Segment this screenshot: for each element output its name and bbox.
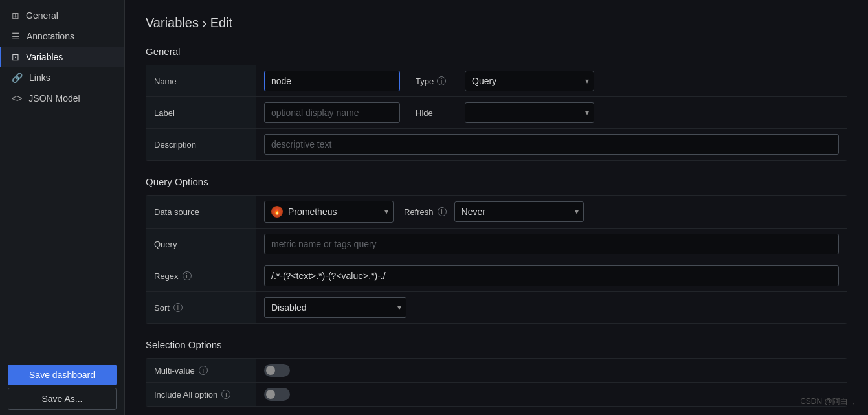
datasource-refresh-cell: 🔥 Prometheus ▾ Refresh i Never On dashbo… (256, 196, 847, 229)
sort-value-cell: Disabled Alphabetical (asc) Alphabetical… (256, 292, 847, 323)
page-title: Variables › Edit (146, 16, 847, 30)
datasource-label: Data source (146, 196, 256, 229)
sort-select[interactable]: Disabled Alphabetical (asc) Alphabetical… (264, 297, 406, 318)
regex-input[interactable] (264, 265, 839, 286)
sort-select-wrapper: Disabled Alphabetical (asc) Alphabetical… (264, 297, 406, 318)
sidebar-item-variables[interactable]: ⊡ Variables (0, 47, 124, 67)
hide-select-wrapper: Label Variable (465, 102, 594, 123)
description-input[interactable] (264, 134, 839, 155)
include-info-icon[interactable]: i (221, 390, 230, 399)
sidebar-item-links-label: Links (29, 73, 50, 83)
name-label: Name (146, 65, 256, 97)
general-section-form: Name Type i Query Custom Text box Consta… (146, 65, 847, 161)
query-options-form: Data source 🔥 Prometheus ▾ Refresh i (146, 195, 847, 324)
include-value-cell (256, 383, 847, 406)
selection-options-title: Selection Options (146, 339, 847, 350)
label-input[interactable] (264, 102, 400, 123)
sort-info-icon[interactable]: i (173, 303, 183, 312)
multi-toggle[interactable] (264, 364, 290, 377)
sort-label: Sort i (146, 292, 256, 323)
regex-label: Regex i (146, 260, 256, 292)
name-type-value-cell: Type i Query Custom Text box Constant Da… (256, 65, 847, 97)
sidebar-item-json-model[interactable]: <> JSON Model (0, 88, 124, 109)
links-icon: 🔗 (12, 73, 23, 83)
json-icon: <> (12, 93, 22, 104)
multi-toggle-slider (264, 364, 290, 377)
save-as-button[interactable]: Save As... (8, 388, 117, 410)
query-input[interactable] (264, 234, 839, 254)
sidebar: ⊞ General ☰ Annotations ⊡ Variables 🔗 Li… (0, 0, 125, 415)
label-hide-value-cell: Hide Label Variable (256, 97, 847, 129)
query-value-cell (256, 229, 847, 260)
regex-value-cell (256, 260, 847, 292)
datasource-display[interactable]: 🔥 Prometheus ▾ (264, 201, 394, 223)
description-label: Description (146, 129, 256, 160)
save-dashboard-button[interactable]: Save dashboard (8, 365, 117, 385)
selection-options-form: Multi-value i Include All option i (146, 358, 847, 407)
type-info-icon[interactable]: i (437, 76, 446, 85)
regex-info-icon[interactable]: i (183, 271, 192, 280)
hide-label: Hide (400, 108, 465, 118)
annotations-icon: ☰ (12, 31, 20, 41)
type-label: Type i (400, 76, 465, 86)
label-label: Label (146, 97, 256, 129)
include-toggle-slider (264, 388, 290, 401)
datasource-value: Prometheus (288, 207, 337, 217)
general-section-title: General (146, 46, 847, 57)
general-icon: ⊞ (12, 10, 19, 21)
sidebar-item-general[interactable]: ⊞ General (0, 5, 124, 26)
watermark: CSDN @阿白 ， (800, 396, 858, 407)
type-select[interactable]: Query Custom Text box Constant Data sour… (465, 71, 594, 91)
sidebar-item-general-label: General (26, 10, 58, 21)
hide-select[interactable]: Label Variable (465, 102, 594, 123)
sidebar-item-links[interactable]: 🔗 Links (0, 67, 124, 88)
query-options-title: Query Options (146, 176, 847, 187)
include-toggle[interactable] (264, 388, 290, 401)
refresh-select[interactable]: Never On dashboard load On time range ch… (454, 201, 584, 222)
description-value-cell (256, 129, 847, 160)
variables-icon: ⊡ (12, 52, 19, 62)
refresh-label: Refresh (404, 207, 434, 217)
refresh-select-wrapper: Never On dashboard load On time range ch… (454, 201, 584, 222)
sidebar-item-annotations-label: Annotations (27, 31, 74, 41)
prometheus-icon: 🔥 (271, 206, 283, 218)
sidebar-item-json-label: JSON Model (28, 93, 80, 104)
include-label: Include All option i (146, 383, 256, 406)
sidebar-item-annotations[interactable]: ☰ Annotations (0, 26, 124, 47)
name-input[interactable] (264, 71, 400, 91)
multi-info-icon[interactable]: i (199, 366, 208, 375)
type-select-wrapper: Query Custom Text box Constant Data sour… (465, 71, 594, 91)
main-content: Variables › Edit General Name Type i Que… (125, 0, 868, 415)
query-label: Query (146, 229, 256, 260)
multi-value-cell (256, 359, 847, 383)
sidebar-item-variables-label: Variables (26, 52, 63, 62)
refresh-info-icon[interactable]: i (438, 207, 447, 216)
multi-label: Multi-value i (146, 359, 256, 383)
